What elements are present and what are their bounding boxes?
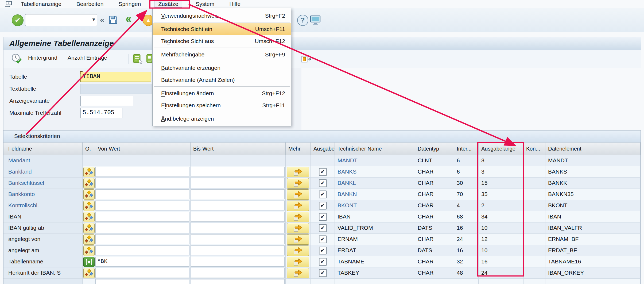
menubar-item-Tabellenanzeige[interactable]: Tabellenanzeige xyxy=(19,1,63,7)
ausgabelaenge-cell xyxy=(479,279,523,284)
multi-select-icon[interactable] xyxy=(83,189,95,200)
menu-item-Einstellungen ändern[interactable]: Einstellungen ändernStrg+F12 xyxy=(153,87,291,99)
column-header-Von-Wert[interactable]: Von-Wert xyxy=(95,143,191,155)
menu-item-Technische Sicht aus[interactable]: Technische Sicht ausUmsch+F12 xyxy=(153,35,291,47)
von-wert-input[interactable] xyxy=(95,279,189,284)
menu-item-Einstellungen speichern[interactable]: Einstellungen speichernStrg+F11 xyxy=(153,99,291,111)
bis-wert-input[interactable] xyxy=(191,234,285,244)
ausgabe-checkbox[interactable]: ✔ xyxy=(319,190,327,198)
command-input[interactable] xyxy=(26,15,89,25)
column-header-Feldname[interactable]: Feldname xyxy=(3,143,83,155)
mehr-button[interactable] xyxy=(287,189,309,200)
bis-wert-input[interactable] xyxy=(191,167,285,177)
menu-item-Mehrfacheingabe[interactable]: MehrfacheingabeStrg+F9 xyxy=(153,48,291,60)
column-header-Datenelement[interactable]: Datenelement xyxy=(545,143,641,155)
ausgabe-checkbox[interactable]: ✔ xyxy=(319,213,327,221)
multi-select-icon[interactable] xyxy=(83,201,95,211)
feldname-label: Bankland xyxy=(8,168,32,175)
mehr-button[interactable] xyxy=(287,257,309,267)
bis-wert-input[interactable] xyxy=(191,212,285,222)
bis-wert-input[interactable] xyxy=(191,268,285,278)
exclude-active-icon[interactable] xyxy=(83,257,95,267)
ausgabe-checkbox[interactable]: ✔ xyxy=(319,247,327,254)
ausgabe-checkbox[interactable]: ✔ xyxy=(319,235,327,243)
von-wert-input[interactable]: *BK xyxy=(95,257,189,267)
mehr-button[interactable] xyxy=(287,234,309,245)
menu-item-Änd.belege anzeigen[interactable]: Änd.belege anzeigen xyxy=(153,113,291,125)
help-icon[interactable]: ? xyxy=(297,15,308,26)
ausgabe-checkbox[interactable]: ✔ xyxy=(319,168,327,176)
von-wert-input[interactable] xyxy=(95,189,189,199)
multi-select-icon[interactable] xyxy=(83,212,95,222)
enter-icon[interactable]: ✔ xyxy=(12,14,24,26)
field-selection-icon[interactable] xyxy=(301,54,312,65)
bis-wert-input[interactable] xyxy=(191,178,285,188)
monitor-icon[interactable] xyxy=(310,15,321,26)
hintergrund-button[interactable]: Hintergrund xyxy=(28,55,57,61)
von-wert-input[interactable] xyxy=(95,167,189,177)
menu-item-Batchvariante erzeugen[interactable]: Batchvariante erzeugen xyxy=(153,62,291,74)
bis-wert-input[interactable] xyxy=(191,189,285,199)
bis-wert-input[interactable] xyxy=(191,257,285,267)
session-window-icon[interactable] xyxy=(4,1,12,9)
ausgabe-checkbox[interactable]: ✔ xyxy=(319,269,327,277)
von-wert-input[interactable] xyxy=(95,178,189,188)
mehr-button[interactable] xyxy=(287,245,309,256)
menubar-item-Bearbeiten[interactable]: Bearbeiten xyxy=(75,1,105,7)
column-header-Kon...[interactable]: Kon... xyxy=(523,143,545,155)
column-header-Technischer Name[interactable]: Technischer Name xyxy=(335,143,415,155)
multi-select-icon[interactable] xyxy=(83,167,95,177)
mehr-button[interactable] xyxy=(287,201,309,211)
column-header-Inter...[interactable]: Inter... xyxy=(454,143,479,155)
von-wert-input[interactable] xyxy=(95,234,189,244)
collapse-toolbar-icon[interactable]: « xyxy=(100,15,104,24)
ausgabe-checkbox[interactable]: ✔ xyxy=(319,258,327,266)
multi-select-icon[interactable] xyxy=(83,223,95,233)
column-header-Mehr[interactable]: Mehr xyxy=(286,143,311,155)
menubar-item-Springen[interactable]: Springen xyxy=(117,1,142,7)
anzeigevariante-input[interactable] xyxy=(80,96,133,106)
column-header-Ausgabelänge[interactable]: Ausgabelänge xyxy=(479,143,523,155)
bis-wert-input[interactable] xyxy=(191,223,285,233)
ausgabe-checkbox[interactable]: ✔ xyxy=(319,224,327,232)
mehr-button[interactable] xyxy=(287,178,309,189)
multi-select-icon[interactable] xyxy=(83,268,95,278)
von-wert-input[interactable] xyxy=(95,268,189,278)
back-icon[interactable]: « xyxy=(126,13,131,25)
bis-wert-input[interactable] xyxy=(191,245,285,255)
multi-select-icon[interactable] xyxy=(83,234,95,245)
von-wert-input[interactable] xyxy=(95,212,189,222)
multi-select-icon[interactable] xyxy=(83,245,95,256)
operator-cell xyxy=(83,222,95,234)
feldname-cell: angelegt am xyxy=(3,245,83,256)
mehr-button[interactable] xyxy=(287,223,309,233)
menubar-item-System[interactable]: System xyxy=(194,1,216,7)
trefferzahl-input[interactable]: 5.514.705 xyxy=(80,108,122,118)
mehr-button[interactable] xyxy=(287,167,309,177)
menu-item-Batchvariante (Anzahl Zeilen)[interactable]: Batchvariante (Anzahl Zeilen) xyxy=(153,74,291,86)
ausgabe-checkbox[interactable]: ✔ xyxy=(319,179,327,187)
execute-clock-icon[interactable] xyxy=(11,53,22,66)
bis-wert-input[interactable] xyxy=(191,279,285,284)
list-output-icon[interactable] xyxy=(133,54,143,65)
menu-item-Verwendungsnachweis[interactable]: VerwendungsnachweisStrg+F2 xyxy=(153,10,291,22)
mehr-button[interactable] xyxy=(287,268,309,278)
multi-select-icon[interactable] xyxy=(83,178,95,189)
save-icon[interactable] xyxy=(108,15,118,26)
menu-item-Technische Sicht ein[interactable]: Technische Sicht einUmsch+F11 xyxy=(153,23,291,35)
column-header-Bis-Wert[interactable]: Bis-Wert xyxy=(191,143,286,155)
menubar-item-Hilfe[interactable]: Hilfe xyxy=(228,1,242,7)
command-dropdown-icon[interactable]: ▼ xyxy=(91,17,96,22)
von-wert-input[interactable] xyxy=(95,223,189,233)
menubar-item-Zusätze[interactable]: Zusätze xyxy=(154,1,182,7)
anzahl-eintraege-button[interactable]: Anzahl Einträge xyxy=(68,55,107,61)
bis-wert-input[interactable] xyxy=(191,201,285,210)
column-header-Ausgabe[interactable]: Ausgabe xyxy=(311,143,335,155)
von-wert-input[interactable] xyxy=(95,201,189,210)
column-header-Datentyp[interactable]: Datentyp xyxy=(415,143,454,155)
von-wert-input[interactable] xyxy=(95,245,189,255)
mehr-button[interactable] xyxy=(287,212,309,222)
ausgabe-checkbox[interactable]: ✔ xyxy=(319,202,327,209)
tabelle-input[interactable]: TIBAN xyxy=(80,72,151,82)
column-header-O.[interactable]: O. xyxy=(83,143,95,155)
